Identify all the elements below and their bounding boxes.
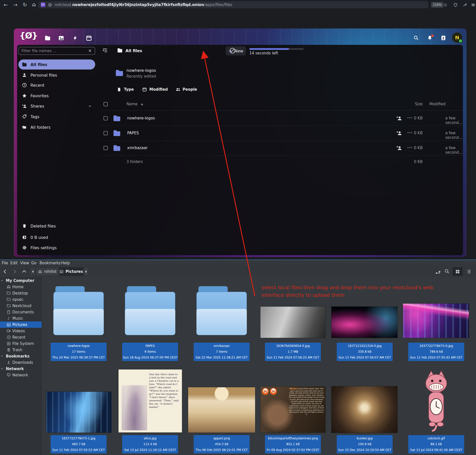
file-label[interactable]: 1636794560654-0.jpg 1.7 MB Sun 11 Feb 20…	[265, 343, 321, 361]
nextcloud-logo[interactable]: {Ø}	[19, 30, 37, 41]
tree-item-videos[interactable]: Videos	[0, 328, 42, 334]
browser-home-icon[interactable]	[30, 0, 38, 10]
search-icon[interactable]	[444, 269, 450, 275]
clear-filter-icon[interactable]: ×	[88, 48, 92, 53]
file-item-folder[interactable]	[125, 286, 175, 337]
path-segment-pictures[interactable]: Pictures	[59, 267, 83, 276]
url-bar[interactable]: {0} nxtcloud.nowherejezfoltodf4jiyl6r56j…	[38, 1, 428, 8]
tree-item-desktop[interactable]: Desktop	[0, 290, 42, 296]
tree-item-home[interactable]: Home	[0, 284, 42, 290]
file-label[interactable]: appart.png 454.3 kB Thu 06 Feb 2025 06:2…	[194, 435, 250, 453]
calendar-app-icon[interactable]	[86, 35, 92, 41]
expander-icon[interactable]: ▾	[1, 354, 4, 358]
tree-section-bookmarks[interactable]: ▾ Bookmarks	[0, 353, 42, 359]
user-avatar[interactable]: N	[452, 32, 462, 43]
row-checkbox[interactable]	[104, 131, 108, 135]
search-icon[interactable]	[413, 35, 419, 41]
sidebar-item-tags[interactable]: Tags	[18, 112, 95, 122]
file-label[interactable]: catclock.gif 89.1 kB Sat 13 Jul 2024 09:…	[408, 435, 464, 453]
file-thumbnail-catclock[interactable]	[423, 370, 449, 433]
table-row[interactable]: nowhere-logos ⋯ 0 KB a few second…	[98, 111, 462, 126]
path-scroll-right-icon[interactable]	[84, 267, 89, 276]
file-label[interactable]: alice.jpg 113.4 kB Sat 13 Jul 2024 11:16…	[122, 435, 178, 453]
file-label[interactable]: bunker.jpg 100.6 kB Sun 15 Dec 2024 10:1…	[337, 435, 393, 453]
tree-item-nextcloud[interactable]: Nextcloud	[0, 303, 42, 309]
files-app-icon[interactable]	[45, 35, 51, 41]
file-name[interactable]: PAPES	[127, 131, 139, 135]
file-label[interactable]: 1637722778473-0.jpg 789.6 kB Sun 11 Feb …	[408, 343, 464, 361]
share-icon[interactable]	[396, 130, 402, 136]
menu-edit[interactable]: Edit	[10, 261, 18, 265]
table-row[interactable]: PAPES ⋯ 0 KB a few second…	[98, 126, 462, 141]
new-button[interactable]: + New	[226, 46, 246, 55]
breadcrumb[interactable]: All files	[125, 48, 142, 53]
tree-item-trash[interactable]: Trash	[0, 347, 42, 353]
breadcrumb-folder-icon[interactable]	[117, 48, 123, 53]
recent-card[interactable]: nowhere-logos	[126, 68, 156, 73]
menu-help[interactable]: Help	[61, 261, 70, 265]
chevron-down-icon[interactable]	[88, 104, 92, 108]
sidebar-item-recent[interactable]: Recent	[18, 80, 95, 90]
row-checkbox[interactable]	[104, 146, 108, 150]
sidebar-item-files-settings[interactable]: Files settings	[18, 243, 95, 253]
menu-file[interactable]: File	[2, 261, 8, 265]
column-header-name[interactable]: Name	[126, 102, 138, 106]
file-thumbnail[interactable]	[188, 387, 255, 433]
file-thumbnail[interactable]	[260, 307, 325, 338]
tree-item-music[interactable]: ♪ Music	[0, 315, 42, 321]
filter-chip-modified[interactable]: Modified	[142, 87, 168, 92]
tree-item-pictures[interactable]: Pictures	[0, 321, 42, 328]
bookmark-star-icon[interactable]: ☆	[441, 0, 449, 10]
path-segment-home[interactable]: nihilist	[36, 267, 59, 276]
column-header-modified[interactable]: Modified	[429, 102, 446, 106]
tree-item-recent[interactable]: Recent	[0, 334, 42, 340]
file-label[interactable]: bitcoinispartofthesystemneo.png 852.1 kB…	[265, 435, 321, 453]
path-scroll-left-icon[interactable]	[30, 267, 36, 276]
menu-bookmarks[interactable]: Bookmarks	[40, 261, 61, 265]
nav-back-icon[interactable]	[2, 269, 8, 275]
cancel-upload-icon[interactable]	[229, 47, 236, 54]
tree-item-downloads[interactable]: Downloads	[0, 359, 42, 366]
expander-icon[interactable]: ▾	[1, 279, 4, 282]
tree-section-my-computer[interactable]: ▾ My Computer	[0, 277, 42, 284]
file-label[interactable]: PAPES 9 items Sun 18 Aug 2024 06:37:00 P…	[122, 343, 178, 361]
icon-view-button[interactable]	[453, 267, 463, 276]
filter-files-input[interactable]	[18, 47, 95, 55]
filter-chip-people[interactable]: People	[176, 87, 197, 92]
file-label[interactable]: 1637121021316-0.jpg 330.8 kB Sun 11 Feb …	[337, 343, 393, 361]
compact-view-button[interactable]	[473, 267, 476, 276]
browser-back-icon[interactable]: ←	[2, 0, 10, 10]
file-thumbnail-bitcoin-meme[interactable]: M M Bitcoin is part of the system, Neo. …	[260, 386, 325, 433]
activity-bolt-icon[interactable]	[72, 35, 78, 41]
collapse-sidebar-icon[interactable]	[102, 47, 108, 53]
browser-reload-icon[interactable]: ↻	[21, 0, 29, 10]
file-item-folder[interactable]	[53, 286, 104, 337]
shield-icon[interactable]	[452, 0, 459, 10]
path-bar-toggle-icon[interactable]	[435, 269, 441, 275]
menu-view[interactable]: View	[20, 261, 29, 265]
menu-go[interactable]: Go	[31, 261, 37, 265]
file-label[interactable]: xmrbazaar 7 items Sat 22 Mar 2025 11:38:…	[194, 343, 250, 361]
file-thumbnail-alice[interactable]: One day Alice came to a fork in the road…	[118, 369, 182, 433]
expander-icon[interactable]: ▾	[1, 367, 4, 370]
filter-chip-type[interactable]: Type	[117, 87, 134, 92]
tree-item-file-system[interactable]: File System	[0, 340, 42, 347]
file-item-folder[interactable]	[196, 286, 247, 337]
tree-item-network[interactable]: Network	[0, 372, 42, 378]
tree-section-network[interactable]: ▾ Network	[0, 366, 42, 372]
list-view-button[interactable]	[464, 267, 474, 276]
column-header-size[interactable]: Size	[402, 102, 423, 106]
contacts-icon[interactable]	[440, 35, 447, 41]
photos-app-icon[interactable]	[58, 35, 64, 41]
browser-menu-icon[interactable]: ≡	[469, 0, 476, 10]
row-checkbox[interactable]	[104, 116, 108, 120]
file-label[interactable]: 1637722778473-1.jpg 483.7 kB Sun 11 Feb …	[51, 435, 107, 453]
sort-ascending-icon[interactable]: ▲	[141, 103, 143, 105]
select-all-checkbox[interactable]	[104, 102, 108, 106]
nav-up-icon[interactable]	[21, 269, 27, 275]
tree-item-opsec[interactable]: opsec	[0, 296, 42, 303]
tree-item-documents[interactable]: Documents	[0, 309, 42, 315]
file-thumbnail[interactable]	[331, 307, 397, 338]
browser-forward-icon[interactable]: →	[12, 0, 19, 10]
file-thumbnail[interactable]	[46, 392, 111, 433]
